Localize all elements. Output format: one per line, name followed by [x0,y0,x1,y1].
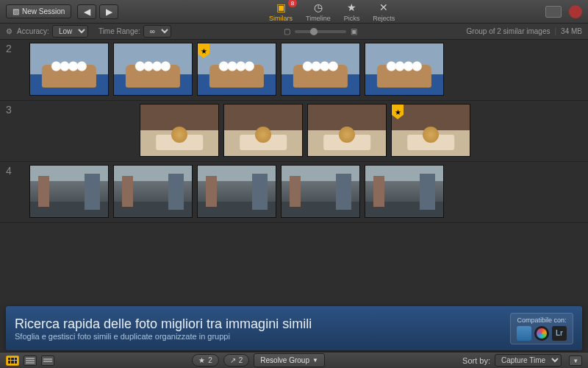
image-group: 2★ [0,40,588,101]
share-count-pill[interactable]: ↗2 [223,354,250,367]
star-icon: ★ [198,356,205,364]
promo-banner: Ricerca rapida delle foto migliori tra i… [6,306,582,350]
thumbnail-row: ★ [0,104,588,157]
sort-select[interactable]: Capture Time [495,354,562,367]
resolve-label: Resolve Group [260,356,309,364]
group-number: 4 [6,165,12,177]
plus-icon: ▧ [12,7,19,15]
thumbnail[interactable] [140,104,219,157]
app-icon-1 [517,326,531,341]
aperture-icon [534,326,549,341]
grid-icon [8,358,17,364]
pick-count: 2 [208,356,212,364]
pick-flag-icon: ★ [198,43,209,58]
accuracy-select[interactable]: Low [52,25,88,38]
nav-forward-button[interactable]: ▶ [99,4,118,19]
lightroom-icon: Lr [552,326,567,341]
reject-icon: ✕ [377,1,390,14]
thumbnail[interactable] [29,43,109,96]
nav-buttons: ◀ ▶ [77,4,118,19]
time-range-select[interactable]: ∞ [143,25,171,38]
sub-toolbar: ⚙ Accuracy: Low Time Range: ∞ ▢ ▣ Group … [0,24,588,40]
top-toolbar: ▧ New Session ◀ ▶ ▣ 8 Similars ◷ Timelin… [0,0,588,24]
bottom-bar: ★2 ↗2 Resolve Group ▼ Sort by: Capture T… [0,352,588,368]
image-group: 4 [0,162,588,223]
tab-timeline-label: Timeline [306,15,331,22]
preview-toggle-button[interactable] [545,6,562,18]
thumbnail[interactable] [307,104,387,157]
share-count: 2 [239,356,243,364]
thumbnail[interactable] [223,104,303,157]
thumbnail[interactable] [365,43,444,96]
tab-rejects-label: Rejects [373,15,395,22]
group-status: Group of 2 similar images [467,27,551,35]
image-group: 3★ [0,101,588,162]
thumbnail[interactable] [281,43,360,96]
thumbnail[interactable] [281,165,360,218]
toolbar-right [545,5,582,18]
sort-direction-button[interactable]: ▾ [569,355,582,366]
nav-back-button[interactable]: ◀ [77,4,96,19]
zoom-in-icon[interactable]: ▣ [351,27,357,35]
similars-badge: 8 [288,0,297,7]
record-button[interactable] [569,5,582,18]
tab-picks[interactable]: ★ Picks [344,1,360,22]
tab-timeline[interactable]: ◷ Timeline [306,1,331,22]
group-number: 3 [6,104,12,116]
tab-rejects[interactable]: ✕ Rejects [373,1,395,22]
new-session-button[interactable]: ▧ New Session [6,4,71,18]
zoom-out-icon[interactable]: ▢ [284,27,290,35]
tab-similars-label: Similars [269,15,293,22]
compare-icon [43,358,52,362]
new-session-label: New Session [22,7,65,15]
mode-tabs: ▣ 8 Similars ◷ Timeline ★ Picks ✕ Reject… [269,1,395,22]
star-icon: ★ [345,1,359,14]
tab-similars[interactable]: ▣ 8 Similars [269,1,293,22]
thumbnail-size-slider[interactable] [295,30,346,33]
thumbnail-row [0,165,588,218]
sort-label: Sort by: [462,356,490,365]
chevron-down-icon: ▼ [312,357,318,364]
arrow-right-icon: ▶ [106,7,112,17]
arrow-left-icon: ◀ [84,7,90,17]
resolve-group-button[interactable]: Resolve Group ▼ [254,353,325,367]
similars-icon: ▣ [274,1,287,14]
content-area: 2★3★4 [0,40,588,352]
pick-flag-icon: ★ [392,105,404,119]
timeline-icon: ◷ [312,1,325,14]
time-range-label: Time Range: [98,27,140,35]
accuracy-label: Accuracy: [17,27,49,35]
compat-label: Compatibile con: [517,316,567,324]
group-number: 2 [6,43,12,54]
thumbnail[interactable]: ★ [197,43,276,96]
thumbnail[interactable]: ★ [391,104,470,157]
banner-title: Ricerca rapida delle foto migliori tra i… [15,316,312,332]
thumbnail-row: ★ [0,43,588,96]
banner-subtitle: Sfoglia e gestisci foto simili e duplica… [15,332,312,341]
gear-icon[interactable]: ⚙ [6,27,12,35]
thumbnail[interactable] [197,165,276,218]
group-size: 34 MB [561,27,582,35]
tab-picks-label: Picks [344,15,360,22]
share-icon: ↗ [230,356,236,364]
thumbnail[interactable] [113,43,193,96]
thumbnail[interactable] [113,165,193,218]
thumbnail[interactable] [29,165,109,218]
view-compare-button[interactable] [41,355,54,366]
list-icon [26,358,35,364]
sort-desc-icon: ▾ [574,357,578,364]
compatibility-box: Compatibile con: Lr [510,313,573,344]
pick-count-pill[interactable]: ★2 [192,354,219,367]
view-list-button[interactable] [24,355,37,366]
view-grid-button[interactable] [6,355,19,366]
thumbnail[interactable] [365,165,444,218]
